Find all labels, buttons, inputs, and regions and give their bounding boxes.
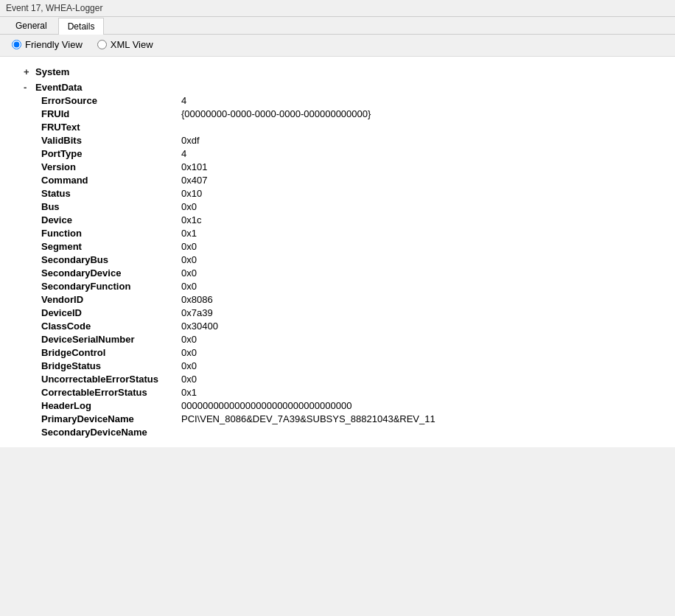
eventdata-label: EventData [35,82,83,93]
field-value: 0x0 [181,360,197,371]
field-value: {00000000-0000-0000-0000-000000000000} [181,108,371,119]
tab-details[interactable]: Details [58,18,105,35]
friendly-view-radio[interactable] [12,40,21,49]
field-value: 0x0 [181,254,197,265]
field-value: 00000000000000000000000000000000 [181,400,352,411]
field-value: 0x1 [181,387,197,398]
field-value: 0x0 [181,281,197,292]
field-value: 0x8086 [181,294,213,305]
field-name: Status [41,188,181,199]
field-name: DeviceID [41,307,181,318]
field-name: Function [41,228,181,239]
field-value: PCI\VEN_8086&DEV_7A39&SUBSYS_88821043&RE… [181,413,436,424]
field-name: SecondaryBus [41,254,181,265]
field-name: DeviceSerialNumber [41,334,181,345]
field-value: 0x0 [181,201,197,212]
table-row: Bus0x0 [41,200,663,213]
table-row: ClassCode0x30400 [41,319,663,332]
field-name: Command [41,175,181,186]
table-row: Segment0x0 [41,239,663,253]
table-row: SecondaryBus0x0 [41,253,663,266]
field-name: Device [41,214,181,225]
field-name: PrimaryDeviceName [41,413,181,424]
field-name: SecondaryFunction [41,281,181,292]
table-row: PortType4 [41,147,663,160]
table-row: Device0x1c [41,213,663,226]
field-name: Bus [41,201,181,212]
field-name: Version [41,161,181,172]
field-name: FRUId [41,108,181,119]
view-options-row: Friendly View XML View [0,35,675,57]
table-row: FRUText [41,120,663,133]
table-row: SecondaryDeviceName [41,425,663,438]
xml-view-radio[interactable] [97,40,107,49]
field-value: 0x30400 [181,321,218,332]
table-row: VendorID0x8086 [41,293,663,306]
field-name: ErrorSource [41,95,181,106]
table-row: UncorrectableErrorStatus0x0 [41,372,663,385]
field-value: 0x0 [181,334,197,345]
main-content: + System - EventData ErrorSource4FRUId{0… [0,57,675,447]
xml-view-option[interactable]: XML View [97,39,153,50]
field-value: 0x407 [181,175,207,186]
system-section: + System [12,66,663,78]
table-row: Version0x101 [41,160,663,173]
field-value: 0x1c [181,214,201,225]
field-value: 4 [181,148,186,159]
eventdata-section: - EventData ErrorSource4FRUId{00000000-0… [12,81,663,438]
system-expand-icon[interactable]: + [24,66,32,77]
table-row: DeviceID0x7a39 [41,306,663,319]
field-name: Segment [41,241,181,252]
table-row: ValidBits0xdf [41,133,663,147]
field-value: 0x10 [181,188,202,199]
tab-bar: General Details [0,17,675,35]
field-name: FRUText [41,122,181,133]
eventdata-expand-icon[interactable]: - [24,82,32,93]
field-name: ClassCode [41,321,181,332]
table-row: HeaderLog0000000000000000000000000000000… [41,399,663,412]
table-row: CorrectableErrorStatus0x1 [41,385,663,399]
field-value: 0x0 [181,241,197,252]
field-value: 0x7a39 [181,307,213,318]
field-value: 0xdf [181,135,200,146]
table-row: ErrorSource4 [41,94,663,107]
friendly-view-option[interactable]: Friendly View [12,39,83,50]
field-value: 4 [181,95,186,106]
system-label: System [35,66,69,77]
field-name: SecondaryDevice [41,267,181,279]
field-value: 0x1 [181,228,197,239]
field-name: PortType [41,148,181,159]
table-row: SecondaryDevice0x0 [41,266,663,279]
table-row: BridgeControl0x0 [41,346,663,359]
system-node: + System [24,66,663,78]
table-row: Command0x407 [41,173,663,186]
field-name: HeaderLog [41,400,181,411]
field-value: 0x0 [181,374,197,385]
table-row: DeviceSerialNumber0x0 [41,332,663,346]
field-value: 0x101 [181,161,207,172]
table-row: Function0x1 [41,226,663,239]
field-value: 0x0 [181,347,197,358]
field-name: CorrectableErrorStatus [41,387,181,398]
table-row: PrimaryDeviceNamePCI\VEN_8086&DEV_7A39&S… [41,412,663,425]
field-name: ValidBits [41,135,181,146]
field-value: 0x0 [181,267,197,279]
field-name: UncorrectableErrorStatus [41,374,181,385]
window-title: Event 17, WHEA-Logger [6,3,102,13]
field-name: SecondaryDeviceName [41,427,181,438]
table-row: FRUId{00000000-0000-0000-0000-0000000000… [41,107,663,120]
eventdata-fields: ErrorSource4FRUId{00000000-0000-0000-000… [41,94,663,438]
table-row: BridgeStatus0x0 [41,359,663,372]
field-name: BridgeControl [41,347,181,358]
table-row: SecondaryFunction0x0 [41,279,663,293]
field-name: BridgeStatus [41,360,181,371]
eventdata-node: - EventData [24,81,663,94]
tab-general[interactable]: General [6,17,57,34]
field-name: VendorID [41,294,181,305]
window-title-bar: Event 17, WHEA-Logger [0,0,675,17]
table-row: Status0x10 [41,186,663,200]
